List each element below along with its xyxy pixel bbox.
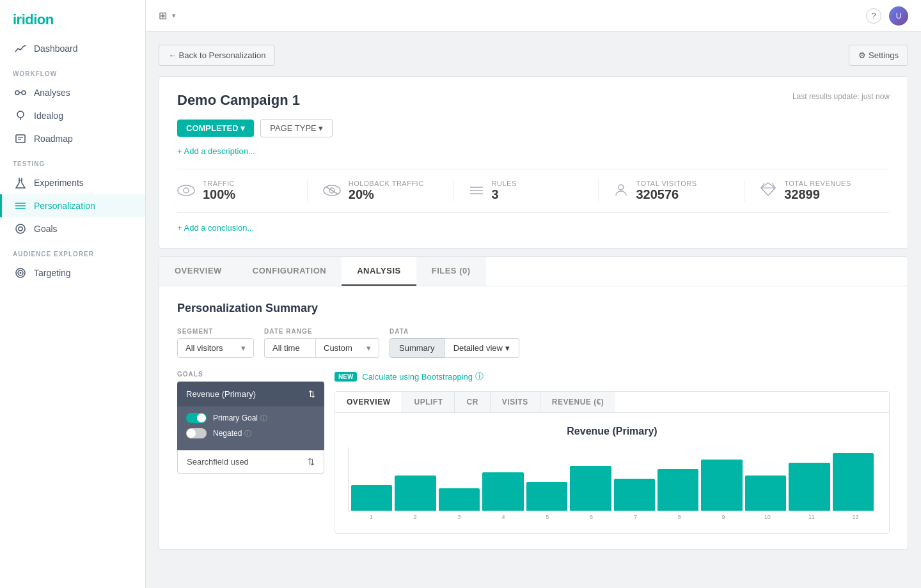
stat-revenues: TOTAL REVENUES 32899 (744, 180, 890, 202)
sidebar-item-goals[interactable]: Goals (0, 217, 145, 240)
info-icon-2[interactable]: ⓘ (244, 429, 251, 438)
personalization-icon (15, 200, 26, 212)
sidebar-item-label: Analyses (34, 88, 70, 98)
bar (614, 479, 655, 511)
top-bar-right: ? U (866, 6, 908, 26)
summary-button[interactable]: Summary (390, 338, 445, 358)
top-bar-left: ⊞ ▾ (159, 10, 176, 22)
negated-toggle[interactable] (186, 428, 207, 438)
arrows-icon: ⇅ (308, 389, 315, 399)
sidebar-item-label: Idealog (34, 111, 63, 121)
bar-label: 5 (526, 514, 568, 520)
bar-label: 9 (703, 514, 744, 520)
bar-label: 8 (659, 514, 700, 520)
segment-select[interactable]: All visitors ▾ (177, 338, 254, 358)
page-type-button[interactable]: PAGE TYPE ▾ (260, 119, 333, 137)
completed-badge[interactable]: COMPLETED ▾ (177, 120, 254, 137)
segment-control: SEGMENT All visitors ▾ (177, 328, 254, 358)
sidebar-item-analyses[interactable]: Analyses (0, 81, 145, 104)
chart-area: NEW Calculate using Bootstrapping ⓘ OVER… (335, 371, 890, 534)
svg-point-12 (16, 224, 25, 233)
tab-configuration[interactable]: CONFIGURATION (237, 257, 342, 286)
sub-tab-overview[interactable]: OVERVIEW (335, 392, 402, 412)
primary-goal-label: Primary Goal ⓘ (213, 414, 267, 423)
bar (833, 453, 874, 511)
svg-point-16 (20, 272, 22, 274)
bar (395, 476, 436, 511)
add-description-link[interactable]: + Add a description... (177, 146, 890, 156)
bar-label: 6 (571, 514, 612, 520)
back-button[interactable]: ← Back to Personalization (159, 45, 275, 66)
sub-tabs: OVERVIEW UPLIFT CR VISITS REVENUE (€) (335, 391, 890, 412)
stat-rules-label: RULES (492, 180, 517, 187)
stat-holdback-info: HOLDBACK TRAFFIC 20% (349, 180, 424, 202)
badge-row: COMPLETED ▾ PAGE TYPE ▾ (177, 119, 890, 137)
stat-visitors-info: TOTAL VISITORS 320576 (636, 180, 697, 202)
date-range-label: DATE RANGE (264, 328, 379, 335)
sidebar-item-personalization[interactable]: Personalization (0, 194, 145, 217)
bar-label: 7 (615, 514, 656, 520)
grid-icon[interactable]: ⊞ (159, 10, 167, 22)
dropdown-caret: ▾ (172, 12, 176, 20)
sub-tab-visits[interactable]: VISITS (491, 392, 540, 412)
bar (570, 466, 611, 511)
svg-point-18 (184, 188, 189, 193)
add-conclusion-link[interactable]: + Add a conclusion... (177, 223, 890, 233)
tab-files[interactable]: FILES (0) (416, 257, 486, 286)
data-label: DATA (390, 328, 519, 335)
sidebar-item-roadmap[interactable]: Roadmap (0, 127, 145, 150)
sidebar-item-idealog[interactable]: Idealog (0, 104, 145, 127)
svg-rect-5 (16, 135, 25, 143)
bar-label: 4 (482, 514, 524, 520)
bar-label: 3 (439, 514, 480, 520)
tab-analysis[interactable]: ANALYSIS (342, 257, 416, 286)
analysis-layout: GOALS Revenue (Primary) ⇅ Prim (177, 371, 890, 534)
page-content: ← Back to Personalization ⚙ Settings Dem… (146, 32, 921, 588)
chart-line-icon (15, 43, 26, 54)
tab-overview[interactable]: OVERVIEW (159, 257, 237, 286)
stat-rules-info: RULES 3 (492, 180, 517, 202)
sidebar-item-targeting[interactable]: Targeting (0, 261, 145, 284)
bar (657, 469, 698, 511)
bar-label: 10 (746, 514, 788, 520)
bootstrap-link[interactable]: Calculate using Bootstrapping ⓘ (362, 371, 484, 382)
sub-tab-uplift[interactable]: UPLIFT (402, 392, 455, 412)
new-badge: NEW (335, 372, 357, 382)
bar-label: 2 (395, 514, 436, 520)
settings-button[interactable]: ⚙ Settings (849, 45, 908, 66)
sidebar-item-label: Goals (34, 224, 58, 234)
action-bar: ← Back to Personalization ⚙ Settings (159, 45, 908, 66)
sidebar: iridion Dashboard WORKFLOW Analyses Idea… (0, 0, 146, 588)
bar (701, 460, 742, 511)
bar-label: 11 (791, 514, 832, 520)
bar (789, 463, 830, 511)
targeting-icon (15, 267, 26, 279)
custom-select[interactable]: Custom ▾ (315, 338, 379, 358)
detailed-view-button[interactable]: Detailed view ▾ (445, 338, 519, 358)
tabs-nav: OVERVIEW CONFIGURATION ANALYSIS FILES (0… (159, 257, 908, 286)
avatar[interactable]: U (889, 6, 908, 26)
all-time-select[interactable]: All time (264, 338, 315, 358)
svg-point-3 (17, 111, 24, 118)
goals-item-revenue[interactable]: Revenue (Primary) ⇅ (177, 382, 324, 406)
stat-revenues-value: 32899 (784, 187, 851, 202)
section-title: Personalization Summary (177, 302, 890, 315)
date-range-control: DATE RANGE All time Custom ▾ (264, 328, 379, 358)
stat-visitors-label: TOTAL VISITORS (636, 180, 697, 187)
analyses-icon (15, 87, 26, 98)
help-icon[interactable]: ? (866, 8, 881, 24)
sidebar-item-experiments[interactable]: Experiments (0, 171, 145, 194)
info-icon[interactable]: ⓘ (260, 414, 267, 423)
person-icon (614, 181, 628, 201)
sub-tab-cr[interactable]: CR (455, 392, 490, 412)
stat-traffic-label: TRAFFIC (203, 180, 235, 187)
primary-goal-toggle[interactable] (186, 413, 207, 423)
stat-visitors: TOTAL VISITORS 320576 (598, 180, 744, 202)
searchfield-dropdown[interactable]: Searchfield used ⇅ (177, 450, 324, 474)
chart-title: Revenue (Primary) (348, 426, 876, 437)
sidebar-item-dashboard[interactable]: Dashboard (0, 37, 145, 60)
sub-tab-revenue[interactable]: REVENUE (€) (540, 392, 616, 412)
goals-sub: Primary Goal ⓘ Negated ⓘ (177, 406, 324, 450)
campaign-header: Demo Campaign 1 Last results update: jus… (177, 92, 890, 109)
app-logo: iridion (0, 0, 145, 37)
